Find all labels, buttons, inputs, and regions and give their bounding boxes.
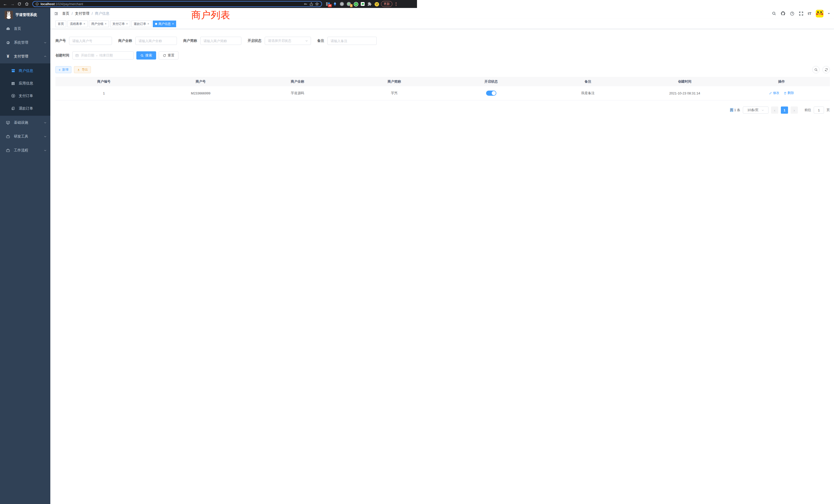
status-label: 开启状态 — [248, 39, 262, 43]
yen-circle-icon — [11, 94, 16, 98]
start-date-placeholder: 开始日期 — [81, 53, 94, 58]
extension-y-icon[interactable]: Y — [354, 2, 358, 6]
export-button-label: 导出 — [82, 68, 88, 72]
sidebar-item-app-info[interactable]: 应用信息 — [0, 77, 50, 90]
extensions-row: 10 1 Y — [326, 2, 379, 6]
browser-update-button[interactable]: 更新 — [381, 1, 392, 7]
sidebar-item-label: 支付订单 — [19, 94, 33, 98]
chevron-down-icon — [44, 121, 47, 124]
tab-pay-order[interactable]: 支付订单 × — [110, 21, 130, 27]
main-area: 首页 / 支付管理 / 商户信息 tT — [50, 8, 417, 252]
chevron-up-icon — [44, 55, 47, 58]
site-info-icon[interactable] — [36, 2, 39, 6]
extension-grid-icon[interactable]: 10 — [326, 2, 330, 6]
share-icon[interactable] — [309, 2, 313, 6]
search-button-label: 搜索 — [145, 53, 152, 58]
extension-cmd-icon[interactable] — [340, 2, 344, 6]
calendar-icon — [75, 54, 79, 57]
sidebar-item-label: 应用信息 — [19, 81, 33, 86]
top-navbar: 首页 / 支付管理 / 商户信息 tT — [50, 8, 417, 19]
app-logo-row[interactable]: 芋道管理系统 — [0, 8, 50, 22]
remark-input[interactable] — [327, 37, 377, 45]
table-toolbar: + 新增 导出 — [56, 66, 417, 73]
tab-close-icon[interactable]: × — [172, 22, 174, 26]
cell-merchant-no: M233666999 — [152, 91, 249, 95]
sidebar-item-pay-order[interactable]: 支付订单 — [0, 90, 50, 102]
page-content: 商户号 商户全称 商户简称 开启状态 请选择开启状态 备注 创建时间 开始日期 — [50, 29, 417, 114]
sidebar-item-dev-tools[interactable]: 研发工具 — [0, 130, 50, 143]
browser-chrome-bar: ← → localhost :1024/pay/merchant 10 — [0, 0, 417, 8]
extension-emoji-icon[interactable] — [374, 2, 379, 6]
sidebar-item-system[interactable]: 系统管理 — [0, 36, 50, 49]
browser-menu-icon[interactable] — [395, 2, 397, 6]
url-host: localhost — [41, 2, 55, 6]
bookmark-star-icon[interactable] — [315, 2, 319, 6]
table-header-row: 商户编号 商户号 商户全称 商户简称 开启状态 备注 创建时间 操作 — [56, 77, 417, 86]
sidebar-item-infra[interactable]: 基础设施 — [0, 116, 50, 130]
search-button[interactable]: 搜索 — [136, 51, 156, 60]
breadcrumb-home[interactable]: 首页 — [62, 11, 69, 16]
tab-label: 支付订单 — [112, 22, 125, 26]
sidebar-item-merchant-info[interactable]: 商户信息 — [0, 64, 50, 77]
extension-chat-icon[interactable] — [360, 2, 365, 6]
browser-refresh-icon[interactable] — [18, 2, 23, 6]
tab-home[interactable]: 首页 — [56, 21, 66, 27]
filter-row-1: 商户号 商户全称 商户简称 开启状态 请选择开启状态 备注 — [56, 37, 417, 45]
cell-short-name: 芋艿 — [346, 91, 417, 95]
tab-close-icon[interactable]: × — [126, 22, 128, 26]
tab-label: 首页 — [58, 22, 64, 26]
tab-close-icon[interactable]: × — [84, 22, 85, 26]
short-name-label: 商户简称 — [183, 39, 197, 43]
merchant-no-input[interactable] — [69, 37, 112, 45]
tab-close-icon[interactable]: × — [147, 22, 149, 26]
merchant-table: 商户编号 商户号 商户全称 商户简称 开启状态 备注 创建时间 操作 1 M23… — [56, 77, 417, 100]
active-tab-dot — [155, 23, 157, 25]
chevron-down-icon — [44, 135, 47, 138]
chevron-down-icon — [44, 149, 47, 152]
full-name-input[interactable] — [135, 37, 177, 45]
sidebar-item-refund-order[interactable]: 退款订单 — [0, 102, 50, 115]
browser-forward-icon[interactable]: → — [10, 2, 15, 6]
tab-label: 商户信息 — [158, 22, 171, 26]
status-select[interactable]: 请选择开启状态 — [265, 37, 311, 45]
export-button[interactable]: 导出 — [74, 66, 91, 73]
gear-icon — [6, 41, 10, 45]
tab-close-icon[interactable]: × — [105, 22, 107, 26]
tab-merchant-info[interactable]: 商户信息 × — [153, 21, 176, 27]
payment-submenu: 商户信息 应用信息 支付订单 退款订单 — [0, 63, 50, 116]
sidebar-item-payment[interactable]: ¥ 支付管理 — [0, 49, 50, 63]
shop-icon — [11, 69, 16, 73]
breadcrumb-payment[interactable]: 支付管理 — [75, 11, 89, 16]
browser-back-icon[interactable]: ← — [3, 2, 8, 6]
document-icon — [11, 107, 16, 110]
add-button[interactable]: + 新增 — [56, 66, 71, 73]
sidebar-item-label: 工作流程 — [14, 148, 40, 153]
download-icon — [77, 68, 80, 71]
monitor-icon — [6, 121, 10, 125]
tab-user-group[interactable]: 用户分组 × — [89, 21, 109, 27]
col-header: 商户号 — [152, 79, 249, 84]
sidebar-item-home[interactable]: 首页 — [0, 22, 50, 36]
sidebar: 芋道管理系统 首页 系统管理 ¥ 支付管理 商户信息 — [0, 8, 50, 252]
tab-refund-order[interactable]: 退款订单 × — [131, 21, 152, 27]
tab-process-form[interactable]: 流程表单 × — [68, 21, 88, 27]
briefcase-icon — [6, 148, 10, 153]
sidebar-item-label: 研发工具 — [14, 134, 40, 139]
sidebar-item-workflow[interactable]: 工作流程 — [0, 143, 50, 157]
url-bar[interactable]: localhost :1024/pay/merchant — [32, 1, 322, 7]
password-key-icon[interactable] — [304, 2, 308, 6]
sidebar-fold-icon[interactable] — [54, 11, 59, 16]
breadcrumb-separator: / — [72, 12, 73, 16]
url-path: :1024/pay/merchant — [55, 2, 83, 6]
short-name-input[interactable] — [200, 37, 241, 45]
extensions-puzzle-icon[interactable] — [368, 2, 372, 6]
date-separator: - — [96, 54, 97, 58]
reset-button[interactable]: 重置 — [159, 51, 178, 60]
breadcrumb-current: 商户信息 — [95, 11, 109, 16]
end-date-placeholder: 结束日期 — [100, 53, 113, 58]
extension-kite-icon[interactable] — [333, 2, 337, 6]
cell-merchant-id: 1 — [56, 91, 152, 95]
create-time-range-picker[interactable]: 开始日期 - 结束日期 — [72, 51, 134, 60]
browser-home-icon[interactable] — [25, 2, 30, 6]
extension-circle-icon[interactable]: 1 — [347, 2, 351, 6]
